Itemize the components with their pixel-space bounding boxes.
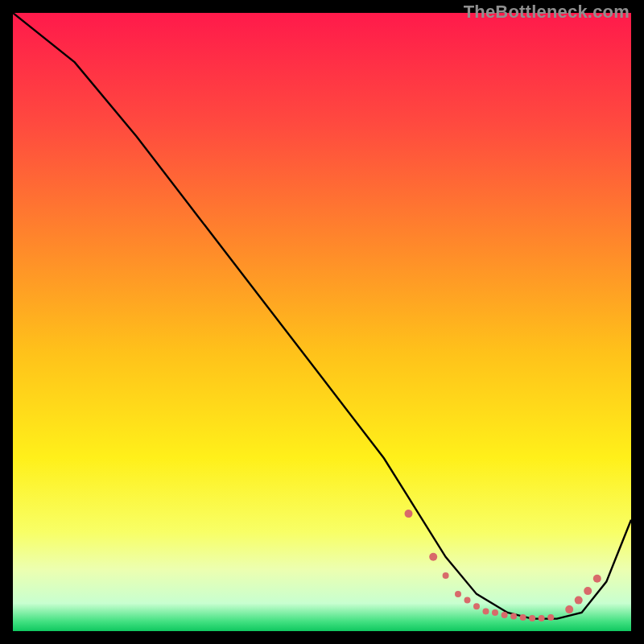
marker-dot [547,614,554,621]
marker-dot [575,597,583,605]
marker-dot [492,609,498,616]
marker-dot [510,613,517,620]
marker-dot [539,615,545,621]
marker-dot [473,603,480,609]
marker-dot [464,597,471,604]
marker-dot [584,587,592,595]
marker-dot [405,510,413,518]
marker-dot [565,605,573,613]
watermark-text: TheBottleneck.com [464,2,630,23]
marker-dot [429,553,437,561]
marker-dot [455,591,461,597]
marker-dot [443,572,449,579]
marker-dot [483,608,489,614]
marker-dot [593,575,601,583]
marker-dot [520,614,526,621]
chart-svg [13,13,631,631]
gradient-background [13,13,631,631]
marker-dot [529,615,535,621]
chart-frame [13,13,631,631]
marker-dot [502,612,508,618]
